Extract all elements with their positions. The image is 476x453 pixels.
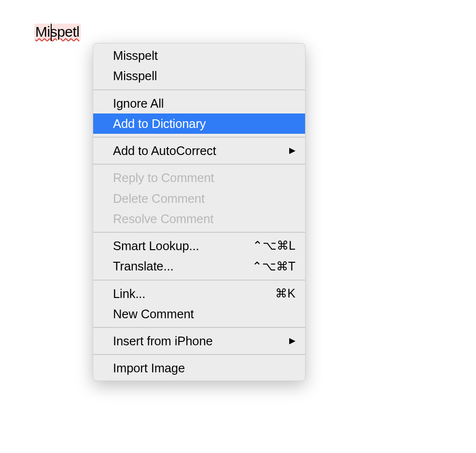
misspelled-word[interactable]: Mispetl	[34, 24, 81, 40]
add-to-dictionary-item[interactable]: Add to Dictionary	[93, 113, 305, 134]
new-comment-item[interactable]: New Comment	[93, 304, 305, 324]
menu-separator	[93, 137, 305, 138]
text-cursor	[51, 24, 52, 41]
add-to-autocorrect-item[interactable]: Add to AutoCorrect ▶	[93, 141, 305, 161]
menu-label: Translate...	[113, 257, 173, 275]
suggestion-item[interactable]: Misspell	[93, 66, 305, 86]
menu-label: New Comment	[113, 305, 194, 323]
keyboard-shortcut: ⌃⌥⌘T	[252, 257, 295, 276]
insert-from-iphone-item[interactable]: Insert from iPhone ▶	[93, 331, 305, 351]
context-menu: Misspelt Misspell Ignore All Add to Dict…	[93, 43, 306, 381]
menu-label: Add to Dictionary	[113, 114, 206, 133]
submenu-arrow-icon: ▶	[289, 335, 295, 347]
menu-separator	[93, 164, 305, 165]
submenu-arrow-icon: ▶	[289, 144, 295, 157]
resolve-comment-item: Resolve Comment	[93, 209, 305, 229]
reply-to-comment-item: Reply to Comment	[93, 168, 305, 188]
menu-separator	[93, 232, 305, 233]
ignore-all-item[interactable]: Ignore All	[93, 93, 305, 113]
menu-separator	[93, 280, 305, 281]
keyboard-shortcut: ⌘K	[275, 284, 295, 303]
menu-separator	[93, 327, 305, 328]
suggestion-item[interactable]: Misspelt	[93, 45, 305, 66]
delete-comment-item: Delete Comment	[93, 188, 305, 209]
import-image-item[interactable]: Import Image	[93, 358, 305, 378]
menu-label: Reply to Comment	[113, 169, 214, 187]
translate-item[interactable]: Translate... ⌃⌥⌘T	[93, 256, 305, 276]
link-item[interactable]: Link... ⌘K	[93, 283, 305, 304]
keyboard-shortcut: ⌃⌥⌘L	[252, 237, 295, 255]
menu-label: Misspell	[113, 67, 157, 85]
menu-label: Ignore All	[113, 94, 164, 113]
menu-label: Resolve Comment	[113, 210, 213, 228]
menu-separator	[93, 89, 305, 90]
menu-separator	[93, 354, 305, 355]
smart-lookup-item[interactable]: Smart Lookup... ⌃⌥⌘L	[93, 236, 305, 256]
menu-label: Smart Lookup...	[113, 237, 199, 255]
menu-label: Link...	[113, 284, 145, 303]
menu-label: Delete Comment	[113, 189, 205, 208]
menu-label: Import Image	[113, 359, 185, 377]
menu-label: Insert from iPhone	[113, 332, 213, 350]
menu-label: Add to AutoCorrect	[113, 142, 216, 160]
menu-label: Misspelt	[113, 46, 158, 65]
